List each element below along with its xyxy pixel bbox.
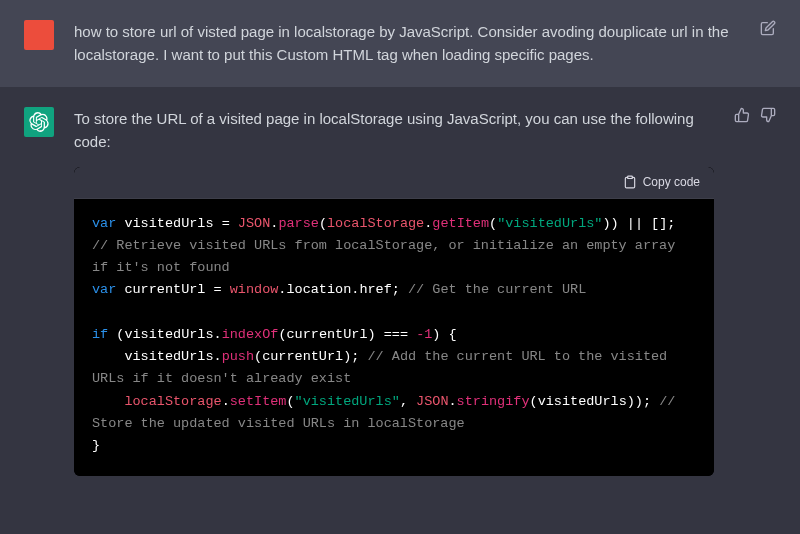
assistant-intro-text: To store the URL of a visited page in lo… xyxy=(74,107,714,154)
assistant-actions xyxy=(734,107,776,476)
thumbs-down-icon[interactable] xyxy=(760,107,776,123)
thumbs-up-icon[interactable] xyxy=(734,107,750,123)
assistant-message-row: To store the URL of a visited page in lo… xyxy=(0,87,800,496)
svg-rect-0 xyxy=(627,176,632,178)
assistant-logo-icon xyxy=(29,112,49,132)
code-header: Copy code xyxy=(74,167,714,199)
assistant-avatar xyxy=(24,107,54,137)
code-content: var visitedUrls = JSON.parse(localStorag… xyxy=(74,199,714,476)
user-message-row: how to store url of visted page in local… xyxy=(0,0,800,87)
user-actions xyxy=(760,20,776,67)
user-avatar xyxy=(24,20,54,50)
user-message-text: how to store url of visted page in local… xyxy=(74,20,740,67)
assistant-message-body: To store the URL of a visited page in lo… xyxy=(74,107,714,476)
code-block: Copy code var visitedUrls = JSON.parse(l… xyxy=(74,167,714,476)
copy-code-button[interactable]: Copy code xyxy=(623,173,700,192)
edit-icon[interactable] xyxy=(760,20,776,36)
clipboard-icon xyxy=(623,175,637,189)
copy-code-label: Copy code xyxy=(643,173,700,192)
